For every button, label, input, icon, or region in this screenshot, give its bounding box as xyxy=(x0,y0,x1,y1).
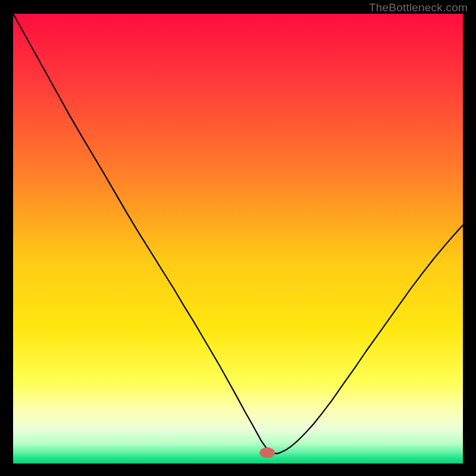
chart-frame: TheBottleneck.com xyxy=(0,0,476,476)
watermark-text: TheBottleneck.com xyxy=(369,1,468,14)
optimal-marker xyxy=(259,447,275,458)
plot-area xyxy=(13,14,463,464)
gradient-background xyxy=(13,14,463,464)
chart-svg xyxy=(13,14,463,464)
